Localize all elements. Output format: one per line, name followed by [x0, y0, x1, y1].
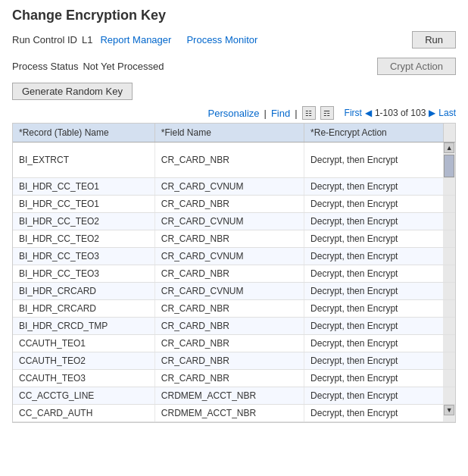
col-header-record: *Record (Table) Name [13, 124, 154, 142]
table-cell: Decrypt, then Encrypt [304, 178, 443, 196]
table-cell: Decrypt, then Encrypt [304, 196, 443, 213]
table-row: BI_HDR_CC_TEO1CR_CARD_CVNUMDecrypt, then… [13, 178, 455, 196]
table-cell: CR_CARD_NBR [154, 300, 304, 318]
table-cell: Decrypt, then Encrypt [304, 213, 443, 230]
table-container: *Record (Table) Name *Field Name *Re-Enc… [12, 123, 456, 423]
table-cell: CR_CARD_NBR [154, 335, 304, 352]
scrollbar-cell [443, 265, 455, 283]
table-cell: CR_CARD_NBR [154, 230, 304, 248]
table-cell: CCAUTH_TEO2 [13, 352, 154, 370]
table-row: CC_CARD_AUTHCRDMEM_ACCT_NBRDecrypt, then… [13, 405, 455, 422]
table-cell: BI_HDR_CRCARD [13, 283, 154, 300]
table-row: BI_HDR_CC_TEO2CR_CARD_NBRDecrypt, then E… [13, 230, 455, 248]
scrollbar-cell [443, 213, 455, 230]
table-cell: CR_CARD_NBR [154, 318, 304, 335]
scrollbar-cell [443, 370, 455, 387]
process-monitor-link[interactable]: Process Monitor [186, 34, 257, 45]
table-cell: CR_CARD_NBR [154, 142, 304, 178]
table-cell: BI_HDR_CRCARD [13, 300, 154, 318]
report-manager-link[interactable]: Report Manager [100, 34, 171, 45]
table-cell: Decrypt, then Encrypt [304, 300, 443, 318]
run-control-id: L1 [82, 34, 92, 45]
table-row: BI_HDR_CRCD_TMPCR_CARD_NBRDecrypt, then … [13, 318, 455, 335]
table-cell: Decrypt, then Encrypt [304, 248, 443, 265]
table-cell: CR_CARD_NBR [154, 265, 304, 283]
run-control-row: Run Control ID L1 Report Manager Process… [12, 31, 456, 49]
table-cell: Decrypt, then Encrypt [304, 265, 443, 283]
scroll-down-arrow[interactable]: ▼ [444, 405, 454, 415]
next-icon[interactable]: ▶ [429, 108, 435, 118]
table-row: CCAUTH_TEO2CR_CARD_NBRDecrypt, then Encr… [13, 352, 455, 370]
table-cell: CR_CARD_CVNUM [154, 283, 304, 300]
table-row: BI_HDR_CC_TEO3CR_CARD_NBRDecrypt, then E… [13, 265, 455, 283]
scrollbar-cell [443, 283, 455, 300]
personalize-link[interactable]: Personalize [208, 108, 260, 119]
view-icon-1[interactable]: ☷ [302, 106, 316, 120]
table-cell: CR_CARD_NBR [154, 352, 304, 370]
scrollbar-cell [443, 300, 455, 318]
col-header-action: *Re-Encrypt Action [304, 124, 443, 142]
generate-random-key-button[interactable]: Generate Random Key [12, 83, 133, 100]
table-cell: BI_HDR_CC_TEO3 [13, 248, 154, 265]
scrollbar-cell [443, 318, 455, 335]
table-cell: Decrypt, then Encrypt [304, 370, 443, 387]
table-row: BI_HDR_CC_TEO2CR_CARD_CVNUMDecrypt, then… [13, 213, 455, 230]
table-cell: Decrypt, then Encrypt [304, 230, 443, 248]
last-link[interactable]: Last [438, 108, 456, 118]
table-cell: BI_EXTRCT [13, 142, 154, 178]
process-status-label: Process Status [12, 61, 78, 72]
table-row: BI_HDR_CRCARDCR_CARD_NBRDecrypt, then En… [13, 300, 455, 318]
table-cell: CCAUTH_TEO3 [13, 370, 154, 387]
process-status-row: Process Status Not Yet Processed Crypt A… [12, 58, 456, 75]
page-title: Change Encryption Key [12, 8, 456, 23]
table-cell: CR_CARD_NBR [154, 370, 304, 387]
table-cell: Decrypt, then Encrypt [304, 387, 443, 405]
table-cell: CR_CARD_CVNUM [154, 178, 304, 196]
scrollbar-cell [443, 178, 455, 196]
view-icon-2[interactable]: ☶ [320, 106, 334, 120]
page-container: Change Encryption Key Run Control ID L1 … [0, 0, 468, 476]
scrollbar-header [443, 124, 455, 142]
first-link[interactable]: First [345, 108, 362, 118]
scrollbar-cell [443, 387, 455, 405]
table-cell: Decrypt, then Encrypt [304, 335, 443, 352]
table-row: BI_HDR_CRCARDCR_CARD_CVNUMDecrypt, then … [13, 283, 455, 300]
table-cell: BI_HDR_CC_TEO1 [13, 178, 154, 196]
table-cell: BI_HDR_CC_TEO2 [13, 213, 154, 230]
table-cell: CR_CARD_NBR [154, 196, 304, 213]
data-table: *Record (Table) Name *Field Name *Re-Enc… [13, 124, 455, 422]
prev-icon[interactable]: ◀ [365, 108, 372, 118]
table-header-row: *Record (Table) Name *Field Name *Re-Enc… [13, 124, 455, 142]
table-cell: Decrypt, then Encrypt [304, 352, 443, 370]
table-cell: BI_HDR_CC_TEO2 [13, 230, 154, 248]
table-cell: CC_ACCTG_LINE [13, 387, 154, 405]
run-button[interactable]: Run [412, 31, 456, 49]
table-cell: Decrypt, then Encrypt [304, 142, 443, 178]
separator: | [264, 108, 267, 119]
table-cell: CC_CARD_AUTH [13, 405, 154, 422]
run-control-label: Run Control ID [12, 34, 77, 45]
table-cell: Decrypt, then Encrypt [304, 318, 443, 335]
table-cell: CR_CARD_CVNUM [154, 248, 304, 265]
scrollbar-cell: ▲ [443, 142, 455, 178]
table-cell: BI_HDR_CRCD_TMP [13, 318, 154, 335]
scrollbar-cell [443, 230, 455, 248]
scrollbar-cell [443, 248, 455, 265]
table-cell: BI_HDR_CC_TEO3 [13, 265, 154, 283]
table-cell: BI_HDR_CC_TEO1 [13, 196, 154, 213]
scroll-up-arrow[interactable]: ▲ [444, 142, 454, 153]
process-status-value: Not Yet Processed [83, 61, 164, 72]
table-row: CCAUTH_TEO3CR_CARD_NBRDecrypt, then Encr… [13, 370, 455, 387]
separator2: | [295, 108, 297, 119]
scrollbar-cell [443, 352, 455, 370]
table-row: BI_HDR_CC_TEO1CR_CARD_NBRDecrypt, then E… [13, 196, 455, 213]
scrollbar-cell [443, 196, 455, 213]
find-link[interactable]: Find [271, 108, 290, 119]
toolbar-controls: Personalize | Find | ☷ ☶ First ◀ 1-103 o… [12, 106, 456, 120]
table-cell: CCAUTH_TEO1 [13, 335, 154, 352]
table-row: CCAUTH_TEO1CR_CARD_NBRDecrypt, then Encr… [13, 335, 455, 352]
scroll-thumb[interactable] [444, 155, 454, 177]
table-body: BI_EXTRCTCR_CARD_NBRDecrypt, then Encryp… [13, 142, 455, 422]
table-cell: Decrypt, then Encrypt [304, 405, 443, 422]
crypt-action-button[interactable]: Crypt Action [377, 58, 456, 75]
